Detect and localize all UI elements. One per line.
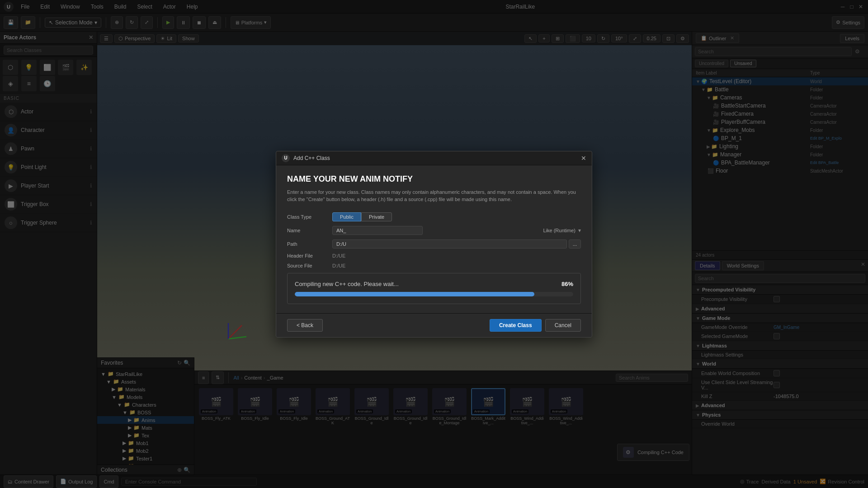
compile-text: Compiling new C++ code. Please wait...	[295, 281, 399, 287]
modal-description: Enter a name for your new class. Class n…	[287, 188, 581, 203]
private-tab[interactable]: Private	[361, 212, 392, 221]
modal-close-button[interactable]: ✕	[581, 155, 586, 162]
compile-progress-overlay: Compiling new C++ code. Please wait... 8…	[287, 273, 581, 304]
class-type-row: Class Type Public Private	[287, 212, 581, 221]
runtime-dropdown-icon[interactable]: ▾	[578, 227, 581, 234]
class-type-tabs: Public Private	[332, 212, 392, 221]
name-row: Name Like (Runtime) ▾	[287, 226, 581, 235]
modal-ue-logo: U	[282, 154, 290, 162]
back-button[interactable]: < Back	[287, 319, 323, 332]
header-file-row: Header File D:/UE	[287, 253, 581, 258]
class-name-input[interactable]	[332, 226, 423, 235]
modal-content: NAME YOUR NEW ANIM NOTIFY Enter a name f…	[276, 165, 592, 313]
compile-progress-bar-bg	[295, 292, 573, 296]
compile-percent: 86%	[561, 281, 573, 287]
add-cpp-class-modal: U Add C++ Class ✕ NAME YOUR NEW ANIM NOT…	[276, 151, 592, 338]
modal-footer: < Back Create Class Cancel	[276, 313, 592, 337]
public-tab[interactable]: Public	[332, 212, 361, 221]
path-input[interactable]	[332, 239, 567, 249]
modal-heading: NAME YOUR NEW ANIM NOTIFY	[287, 174, 581, 184]
browse-path-button[interactable]: ...	[569, 239, 581, 249]
modal-overlay: U Add C++ Class ✕ NAME YOUR NEW ANIM NOT…	[0, 0, 868, 488]
source-file-row: Source File D:/UE	[287, 263, 581, 268]
compile-header: Compiling new C++ code. Please wait... 8…	[295, 281, 573, 287]
create-class-button[interactable]: Create Class	[490, 319, 542, 332]
path-row: Path ...	[287, 239, 581, 249]
modal-title: Add C++ Class	[293, 155, 330, 161]
modal-titlebar: U Add C++ Class ✕	[276, 151, 592, 165]
compile-progress-bar-fill	[295, 292, 534, 296]
cancel-button[interactable]: Cancel	[545, 319, 581, 332]
